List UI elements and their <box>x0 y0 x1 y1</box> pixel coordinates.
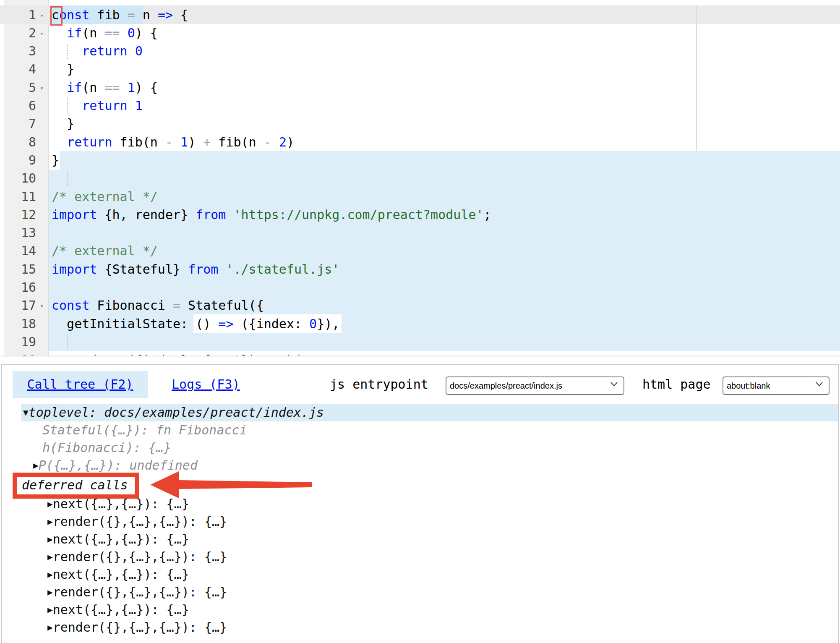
gutter-line-3: 3 <box>4 42 48 60</box>
tree-row-label: h(Fibonacci): {…} <box>42 440 171 455</box>
line-number: 17 <box>4 296 36 315</box>
tree-row-label: next({…},{…}): {…} <box>53 532 189 546</box>
code-line-14: /* external */ <box>52 242 158 260</box>
line-number: 5 <box>4 78 36 97</box>
eval-overlay-box: () => ({index: 0}), <box>196 316 339 331</box>
line-number: 12 <box>4 206 36 224</box>
tree-row-3[interactable]: ▶P({…},{…}): undefined <box>33 457 198 474</box>
tree-row-0[interactable]: ▼toplevel: docs/examples/preact/index.js <box>21 404 838 421</box>
gutter-line-11: 11 <box>4 188 48 206</box>
indent-guide <box>67 171 68 186</box>
tab-logs[interactable]: Logs (F3) <box>172 371 240 398</box>
code-line-3: return 0 <box>52 42 143 60</box>
tree-row-label: render({},{…},{…}): {…} <box>53 620 227 635</box>
expand-triangle-icon[interactable]: ▶ <box>47 622 53 633</box>
expand-triangle-icon[interactable]: ▶ <box>47 605 53 615</box>
editor-ruler-line <box>696 5 697 151</box>
collapse-triangle-icon[interactable]: ▼ <box>23 408 29 418</box>
tree-row-label: next({…},{…}): {…} <box>53 602 189 617</box>
line-number: 1 <box>4 6 36 24</box>
fold-arrow-icon[interactable]: ▾ <box>36 6 47 25</box>
expand-triangle-icon[interactable]: ▶ <box>47 552 53 562</box>
gutter-line-16: 16 <box>4 278 48 297</box>
expand-triangle-icon[interactable]: ▶ <box>47 517 53 527</box>
code-line-11: /* external */ <box>52 188 158 206</box>
gutter-line-15: 15 <box>4 260 48 279</box>
line-number: 16 <box>4 278 36 297</box>
expand-triangle-icon[interactable]: ▶ <box>47 587 53 597</box>
gutter-line-9: 9 <box>4 151 48 170</box>
gutter-line-20: 20 <box>4 351 48 355</box>
code-line-4: } <box>52 60 74 78</box>
expand-triangle-icon[interactable]: ▶ <box>33 460 39 470</box>
tree-row-label: P({…},{…}): undefined <box>39 458 198 473</box>
tree-row-7[interactable]: ▶next({…},{…}): {…} <box>47 531 189 548</box>
deferred-calls-label: deferred calls <box>22 478 128 492</box>
tree-row-label: render({},{…},{…}): {…} <box>53 549 227 564</box>
js-entrypoint-select[interactable]: docs/examples/preact/index.js <box>446 376 624 395</box>
logs-link[interactable]: Logs (F3) <box>172 377 240 392</box>
tree-row-label: render({},{…},{…}): {…} <box>53 514 227 529</box>
line-number: 14 <box>4 242 36 260</box>
line-number: 11 <box>4 188 36 206</box>
code-line-9: } <box>52 151 59 170</box>
indent-guide <box>67 335 68 350</box>
gutter-line-18: 18 <box>4 315 48 333</box>
code-editor[interactable]: 1▾2▾345▾67891011121314151617▾181920 cons… <box>0 0 840 355</box>
fold-arrow-icon[interactable]: ▾ <box>36 24 47 43</box>
tree-row-12[interactable]: ▶render({},{…},{…}): {…} <box>47 619 227 636</box>
fold-arrow-icon[interactable]: ▾ <box>36 79 47 97</box>
tree-row-6[interactable]: ▶render({},{…},{…}): {…} <box>47 513 227 531</box>
gutter-line-10: 10 <box>4 169 48 188</box>
tree-row-label: toplevel: docs/examples/preact/index.js <box>29 405 324 420</box>
html-page-label: html page <box>642 371 711 398</box>
line-number: 8 <box>4 133 36 152</box>
line-number: 15 <box>4 260 36 279</box>
html-page-select[interactable]: about:blank <box>723 376 830 395</box>
code-line-8: return fib(n - 1) + fib(n - 2) <box>52 133 294 152</box>
gutter-line-12: 12 <box>4 206 48 224</box>
gutter-line-19: 19 <box>4 333 48 351</box>
tree-row-label: next({…},{…}): {…} <box>53 497 189 511</box>
gutter-line-17: 17▾ <box>4 296 48 315</box>
line-number: 7 <box>4 115 36 133</box>
code-line-12: import {h, render} from 'https://unpkg.c… <box>52 206 491 224</box>
gutter-line-4: 4 <box>4 60 48 78</box>
code-line-18: getInitialState: () => ({index: 0}), <box>52 315 339 333</box>
calltree-panel: Call tree (F2) Logs (F3) js entrypoint d… <box>1 364 839 643</box>
line-number: 13 <box>4 224 36 242</box>
app-root: { "colors": { "keyword": "#0016ee", "num… <box>0 0 840 643</box>
code-line-17: const Fibonacci = Stateful({ <box>52 296 264 315</box>
gutter-line-7: 7 <box>4 115 48 133</box>
tree-row-9[interactable]: ▶next({…},{…}): {…} <box>47 566 189 583</box>
tree-row-10[interactable]: ▶render({},{…},{…}): {…} <box>47 583 227 601</box>
tab-call-tree[interactable]: Call tree (F2) <box>13 371 148 398</box>
line-number: 4 <box>4 60 36 78</box>
tree-row-8[interactable]: ▶render({},{…},{…}): {…} <box>47 548 227 566</box>
code-line-5: if(n == 1) { <box>52 78 158 97</box>
expand-triangle-icon[interactable]: ▶ <box>47 534 53 544</box>
line-number: 18 <box>4 315 36 333</box>
line-number: 10 <box>4 169 36 188</box>
line-number: 20 <box>4 351 36 355</box>
gutter-line-1: 1▾ <box>4 6 48 24</box>
tree-row-label: Stateful({…}): fn Fibonacci <box>42 423 247 437</box>
tree-row-1[interactable]: Stateful({…}): fn Fibonacci <box>42 421 247 439</box>
gutter-line-13: 13 <box>4 224 48 242</box>
expand-triangle-icon[interactable]: ▶ <box>47 499 53 509</box>
code-line-7: } <box>52 115 74 133</box>
tree-row-label: render({},{…},{…}): {…} <box>53 585 227 599</box>
line-number: 9 <box>4 151 36 170</box>
fold-arrow-icon[interactable]: ▾ <box>36 297 47 315</box>
tree-row-11[interactable]: ▶next({…},{…}): {…} <box>47 601 189 619</box>
js-entrypoint-label: js entrypoint <box>330 371 428 398</box>
expand-triangle-icon[interactable]: ▶ <box>47 570 53 580</box>
tree-row-2[interactable]: h(Fibonacci): {…} <box>42 439 171 457</box>
line-number: 2 <box>4 24 36 42</box>
code-line-20: render: ({index}, {next}) => h( <box>52 351 302 355</box>
deferred-calls-annotation-box: deferred calls <box>13 473 139 499</box>
code-line-6: return 1 <box>52 97 143 115</box>
code-line-2: if(n == 0) { <box>52 24 158 42</box>
call-tree-link[interactable]: Call tree (F2) <box>27 377 133 392</box>
gutter-line-14: 14 <box>4 242 48 260</box>
